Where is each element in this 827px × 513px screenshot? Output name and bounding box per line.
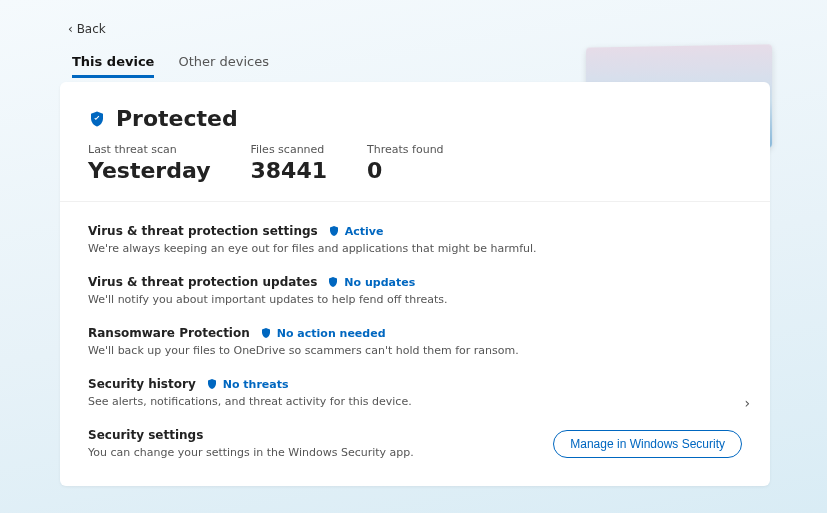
section-title: Ransomware Protection: [88, 326, 250, 340]
status-badge: No action needed: [260, 327, 386, 340]
stat-files-scanned: Files scanned 38441: [250, 143, 327, 183]
section-virus-settings: Virus & threat protection settings Activ…: [88, 214, 742, 265]
status-hero: Protected Last threat scan Yesterday Fil…: [60, 82, 770, 202]
shield-icon: [88, 110, 106, 128]
badge-text: No action needed: [277, 327, 386, 340]
badge-text: No updates: [344, 276, 415, 289]
section-desc: You can change your settings in the Wind…: [88, 446, 414, 459]
shield-icon: [328, 225, 340, 237]
sections: Virus & threat protection settings Activ…: [60, 202, 770, 418]
section-title: Virus & threat protection updates: [88, 275, 317, 289]
manage-windows-security-button[interactable]: Manage in Windows Security: [553, 430, 742, 458]
device-tabs: This device Other devices: [72, 54, 269, 78]
chevron-right-icon[interactable]: ›: [744, 395, 750, 411]
section-desc: We'll notify you about important updates…: [88, 293, 742, 306]
chevron-left-icon: ‹: [68, 22, 73, 36]
stat-value: 0: [367, 158, 444, 183]
security-card: Protected Last threat scan Yesterday Fil…: [60, 82, 770, 486]
footer-row: Security settings You can change your se…: [60, 418, 770, 477]
back-button[interactable]: ‹ Back: [68, 22, 106, 36]
status-badge: Active: [328, 225, 384, 238]
stat-value: 38441: [250, 158, 327, 183]
tab-this-device[interactable]: This device: [72, 54, 154, 78]
shield-icon: [260, 327, 272, 339]
stat-label: Files scanned: [250, 143, 327, 156]
section-virus-updates: Virus & threat protection updates No upd…: [88, 265, 742, 316]
section-ransomware: Ransomware Protection No action needed W…: [88, 316, 742, 367]
section-desc: See alerts, notifications, and threat ac…: [88, 395, 742, 408]
shield-icon: [327, 276, 339, 288]
stat-threats-found: Threats found 0: [367, 143, 444, 183]
badge-text: Active: [345, 225, 384, 238]
status-badge: No updates: [327, 276, 415, 289]
section-title: Security history: [88, 377, 196, 391]
stat-label: Last threat scan: [88, 143, 210, 156]
tab-other-devices[interactable]: Other devices: [178, 54, 269, 78]
section-security-history[interactable]: Security history No threats See alerts, …: [88, 367, 742, 418]
section-title: Virus & threat protection settings: [88, 224, 318, 238]
stat-last-scan: Last threat scan Yesterday: [88, 143, 210, 183]
status-stats: Last threat scan Yesterday Files scanned…: [88, 143, 742, 183]
shield-icon: [206, 378, 218, 390]
section-desc: We'll back up your files to OneDrive so …: [88, 344, 742, 357]
section-security-settings: Security settings You can change your se…: [88, 428, 414, 459]
status-title: Protected: [116, 106, 238, 131]
back-label: Back: [77, 22, 106, 36]
badge-text: No threats: [223, 378, 289, 391]
status-badge: No threats: [206, 378, 289, 391]
stat-value: Yesterday: [88, 158, 210, 183]
section-desc: We're always keeping an eye out for file…: [88, 242, 742, 255]
section-title: Security settings: [88, 428, 203, 442]
stat-label: Threats found: [367, 143, 444, 156]
